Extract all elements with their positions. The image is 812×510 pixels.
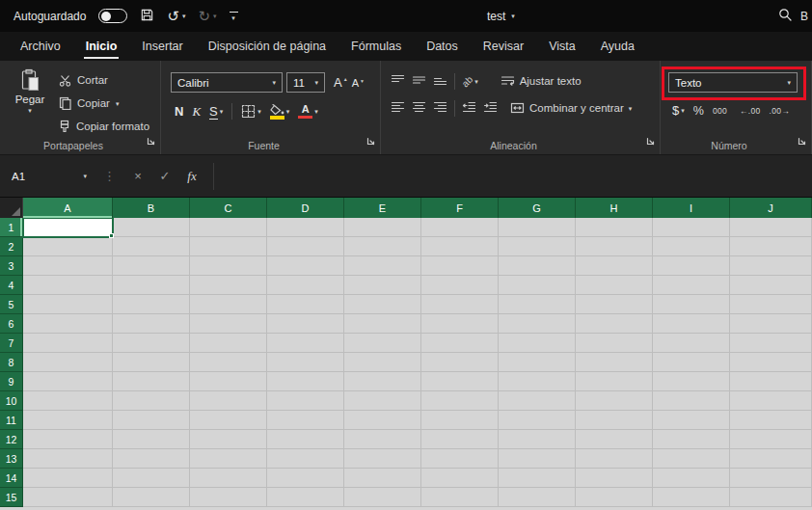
cell-e5[interactable] — [344, 295, 421, 314]
cell-e7[interactable] — [344, 334, 421, 353]
cell-a2[interactable] — [23, 237, 113, 256]
cell-g12[interactable] — [499, 430, 576, 449]
cell-b8[interactable] — [113, 353, 190, 372]
cell-i6[interactable] — [653, 314, 730, 334]
row-header-7[interactable]: 7 — [0, 334, 23, 353]
cell-h1[interactable] — [576, 218, 653, 237]
cell-f6[interactable] — [421, 314, 499, 334]
cell-a14[interactable] — [23, 469, 113, 488]
copy-button[interactable]: Copiar ▾ — [59, 92, 149, 115]
cell-h3[interactable] — [576, 256, 653, 276]
column-header-b[interactable]: B — [113, 198, 190, 218]
cell-e13[interactable] — [344, 449, 421, 469]
cell-h13[interactable] — [576, 449, 653, 469]
cell-g2[interactable] — [499, 237, 576, 256]
cell-c11[interactable] — [190, 411, 267, 430]
percent-format-button[interactable]: % — [693, 104, 704, 118]
cell-h4[interactable] — [576, 276, 653, 295]
cell-h8[interactable] — [576, 353, 653, 372]
cell-e6[interactable] — [344, 314, 421, 334]
cell-c5[interactable] — [190, 295, 267, 314]
cell-j11[interactable] — [730, 411, 812, 430]
autosave-toggle[interactable] — [98, 9, 127, 23]
cell-d2[interactable] — [267, 237, 344, 256]
search-box[interactable]: B — [778, 8, 812, 24]
select-all-corner[interactable] — [0, 198, 23, 218]
cell-g10[interactable] — [499, 391, 576, 411]
tab-inicio[interactable]: Inicio — [73, 32, 130, 61]
row-header-12[interactable]: 12 — [0, 430, 23, 449]
cell-j5[interactable] — [730, 295, 812, 314]
cell-j6[interactable] — [730, 314, 812, 334]
row-header-10[interactable]: 10 — [0, 391, 23, 411]
cell-e1[interactable] — [344, 218, 421, 237]
font-name-combo[interactable]: Calibri ▾ — [171, 72, 283, 93]
cancel-button[interactable]: × — [124, 169, 151, 183]
column-header-f[interactable]: F — [421, 198, 499, 218]
cell-e2[interactable] — [344, 237, 421, 256]
cell-a11[interactable] — [23, 411, 113, 430]
cell-b13[interactable] — [113, 449, 190, 469]
cell-a8[interactable] — [23, 353, 113, 372]
font-color-button[interactable]: A ▾ — [298, 104, 318, 119]
cell-j9[interactable] — [730, 372, 812, 391]
cell-b7[interactable] — [113, 334, 190, 353]
align-bottom-button[interactable] — [433, 72, 447, 90]
cell-e8[interactable] — [344, 353, 421, 372]
name-box-splitter[interactable]: ⋮ — [95, 169, 124, 183]
cell-c4[interactable] — [190, 276, 267, 295]
cell-d4[interactable] — [267, 276, 344, 295]
row-header-14[interactable]: 14 — [0, 469, 23, 488]
cell-d3[interactable] — [267, 256, 344, 276]
cell-b1[interactable] — [113, 218, 190, 237]
cell-e3[interactable] — [344, 256, 421, 276]
cell-g15[interactable] — [499, 488, 576, 507]
cell-g5[interactable] — [499, 295, 576, 314]
cell-f15[interactable] — [421, 488, 499, 507]
fill-handle[interactable] — [109, 233, 114, 238]
cell-a1[interactable] — [23, 218, 113, 237]
cell-b15[interactable] — [113, 488, 190, 507]
cell-d13[interactable] — [267, 449, 344, 469]
column-header-a[interactable]: A — [23, 198, 113, 218]
cell-i3[interactable] — [653, 256, 730, 276]
cell-e11[interactable] — [344, 411, 421, 430]
cell-h2[interactable] — [576, 237, 653, 256]
cell-f13[interactable] — [421, 449, 499, 469]
cell-c3[interactable] — [190, 256, 267, 276]
borders-button[interactable]: ▾ — [241, 104, 261, 119]
cell-c6[interactable] — [190, 314, 267, 334]
cell-g13[interactable] — [499, 449, 576, 469]
align-center-button[interactable] — [412, 99, 426, 117]
cell-c1[interactable] — [190, 218, 267, 237]
bold-button[interactable]: N — [175, 104, 183, 119]
dialog-launcher-numero[interactable] — [798, 132, 806, 149]
italic-button[interactable]: K — [192, 104, 201, 120]
cell-f3[interactable] — [421, 256, 499, 276]
cell-b5[interactable] — [113, 295, 190, 314]
cell-h14[interactable] — [576, 469, 653, 488]
cell-j3[interactable] — [730, 256, 812, 276]
tab-formulas[interactable]: Fórmulas — [338, 32, 414, 61]
cell-i8[interactable] — [653, 353, 730, 372]
cell-h11[interactable] — [576, 411, 653, 430]
cell-h10[interactable] — [576, 391, 653, 411]
column-header-g[interactable]: G — [499, 198, 576, 218]
dialog-launcher-alineacion[interactable] — [646, 132, 655, 149]
cell-f5[interactable] — [421, 295, 499, 314]
cell-g8[interactable] — [499, 353, 576, 372]
undo-button[interactable]: ↺ ▾ — [167, 9, 185, 23]
column-header-i[interactable]: I — [653, 198, 730, 218]
column-header-h[interactable]: H — [576, 198, 653, 218]
align-top-button[interactable] — [391, 72, 405, 90]
align-right-button[interactable] — [433, 99, 447, 117]
cell-a9[interactable] — [23, 372, 113, 391]
cell-b3[interactable] — [113, 256, 190, 276]
formula-input[interactable] — [213, 163, 812, 190]
fill-color-button[interactable]: ▾ — [270, 104, 290, 120]
merge-center-button[interactable]: Combinar y centrar ▾ — [510, 102, 632, 114]
cell-j15[interactable] — [730, 488, 812, 507]
cell-i13[interactable] — [653, 449, 730, 469]
cut-button[interactable]: Cortar — [59, 68, 149, 92]
cell-i1[interactable] — [653, 218, 730, 237]
